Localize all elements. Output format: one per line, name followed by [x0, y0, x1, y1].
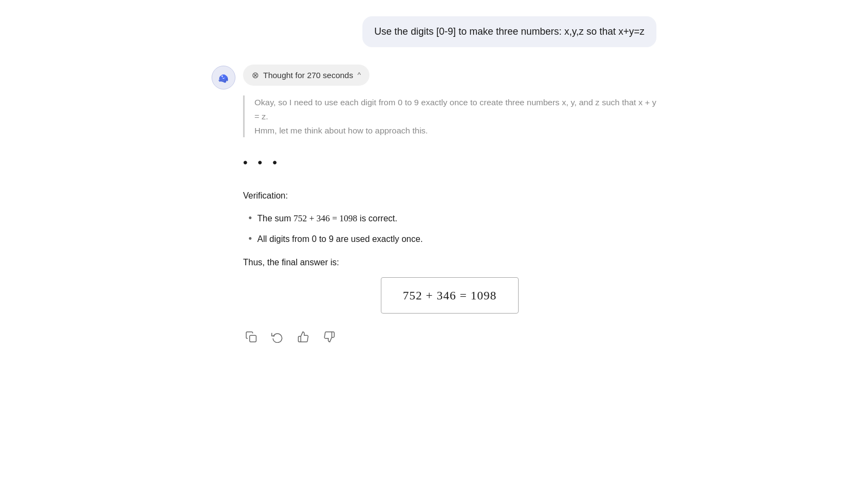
- thumbs-down-button[interactable]: [321, 329, 337, 345]
- refresh-button[interactable]: [269, 329, 285, 345]
- thought-toggle[interactable]: ⊗ Thought for 270 seconds ^: [243, 65, 369, 86]
- final-answer-container: 752 + 346 = 1098: [243, 277, 656, 314]
- final-answer-box: 752 + 346 = 1098: [381, 277, 519, 314]
- assistant-row: ⊗ Thought for 270 seconds ^ Okay, so I n…: [212, 65, 656, 346]
- thought-box: Okay, so I need to use each digit from 0…: [243, 95, 656, 137]
- avatar: [212, 66, 235, 90]
- thumbs-up-button[interactable]: [295, 329, 311, 345]
- refresh-icon: [271, 331, 283, 343]
- list-item: The sum 752 + 346 = 1098 is correct.: [248, 211, 656, 226]
- verification-label: Verification:: [243, 188, 656, 203]
- bullet-item-2: All digits from 0 to 9 are used exactly …: [257, 232, 423, 246]
- assistant-content: ⊗ Thought for 270 seconds ^ Okay, so I n…: [243, 65, 656, 346]
- svg-point-2: [221, 75, 222, 76]
- bullet-list: The sum 752 + 346 = 1098 is correct. All…: [243, 211, 656, 246]
- thumbs-up-icon: [297, 331, 309, 343]
- thought-toggle-label: Thought for 270 seconds: [263, 69, 353, 82]
- copy-icon: [245, 331, 257, 343]
- user-message-text: Use the digits [0-9] to make three numbe…: [374, 26, 644, 37]
- thought-text: Okay, so I need to use each digit from 0…: [254, 98, 656, 135]
- copy-button[interactable]: [243, 329, 259, 345]
- thinking-dots: • • •: [243, 152, 656, 173]
- chevron-icon: ^: [358, 69, 361, 81]
- response-body: Verification: The sum 752 + 346 = 1098 i…: [243, 188, 656, 314]
- user-message-row: Use the digits [0-9] to make three numbe…: [212, 16, 656, 47]
- user-bubble: Use the digits [0-9] to make three numbe…: [362, 16, 656, 47]
- bullet-item-1: The sum 752 + 346 = 1098 is correct.: [257, 211, 397, 226]
- svg-rect-3: [250, 336, 256, 342]
- thought-icon: ⊗: [252, 68, 259, 82]
- final-answer-label: Thus, the final answer is:: [243, 255, 656, 270]
- whale-icon: [216, 71, 231, 85]
- list-item: All digits from 0 to 9 are used exactly …: [248, 232, 656, 246]
- action-icons: [243, 329, 656, 345]
- svg-point-1: [220, 74, 226, 80]
- thumbs-down-icon: [323, 331, 335, 343]
- final-answer-math: 752 + 346 = 1098: [403, 289, 497, 302]
